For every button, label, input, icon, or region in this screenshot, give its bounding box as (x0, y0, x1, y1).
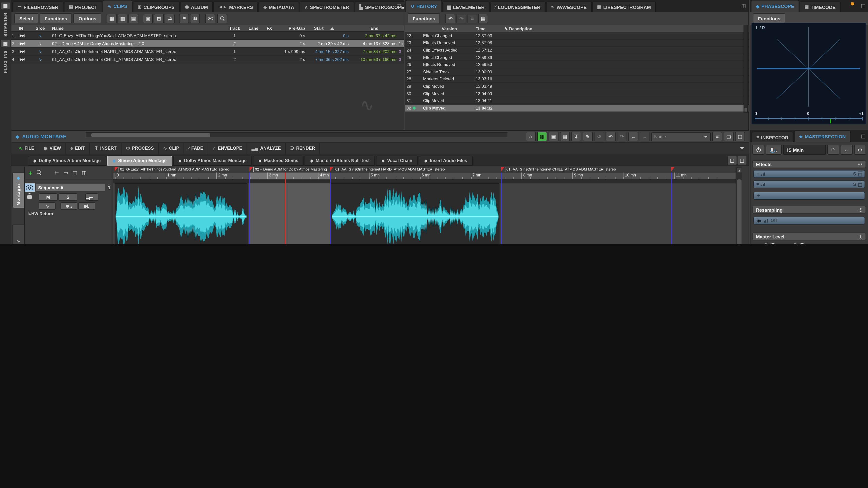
montage-header-icon[interactable]: ▦ (537, 132, 547, 141)
mute-button[interactable]: M (39, 193, 58, 201)
collapse-menu-icon[interactable] (740, 147, 744, 149)
history-tab[interactable]: ∿ WAVESCOPE (546, 1, 591, 12)
montage-header-icon[interactable]: ◫ (735, 132, 745, 141)
history-tab[interactable]: ▆ LEVELMETER (443, 1, 490, 12)
montage-document-tab[interactable]: ◆ Dolby Atmos Album Montage (28, 156, 106, 166)
tool-window-tab[interactable]: ▦ PROJECT (64, 1, 102, 12)
montage-menu-item[interactable]: ◉ VIEW (39, 142, 66, 154)
clip-playstate-icon[interactable]: ‖▶▶‖ (18, 33, 30, 37)
montage-document-tab[interactable]: ◆ Stereo Album Montage (107, 156, 172, 166)
clip-row[interactable]: 3 ‖▶▶‖ ∿ 01_AA_GirlsOnTheInternet HARD_A… (11, 47, 404, 56)
montage-document-tab[interactable]: ◆ Mastered Stems (253, 156, 304, 166)
effect-slot[interactable]: ≡ S (753, 181, 865, 188)
clips-menu-button[interactable]: Select (14, 13, 38, 23)
montage-header-icon[interactable]: ↧ (571, 132, 581, 141)
clip-end-marker[interactable] (671, 167, 677, 171)
checkbox-panel-icon[interactable]: ▢ (727, 156, 737, 165)
search-icon[interactable] (37, 170, 41, 175)
output-bus-field[interactable]: IS Main (783, 145, 826, 155)
montage-menu-item[interactable]: ∿ CLIP (159, 142, 184, 154)
clips-tool-icon[interactable]: ⚑ (179, 13, 189, 23)
effects-section-header[interactable]: Effects⊶ (752, 160, 866, 168)
montage-menu-item[interactable]: ⚙ PROCESS (122, 142, 159, 154)
scope-tab[interactable]: ◆ PHASESCOPE (751, 0, 799, 12)
history-tab[interactable]: ▩ LIVESPECTROGRAM (592, 1, 656, 12)
clips-menu-button[interactable]: Functions (40, 13, 72, 23)
layout-tool-icon[interactable]: ◫ (73, 170, 78, 175)
montage-menu-item[interactable]: ∋ RENDER (286, 142, 320, 154)
lock-icon[interactable] (27, 195, 32, 199)
clip-playstate-icon[interactable]: ‖▶▶‖ (18, 49, 30, 53)
montage-menu-item[interactable]: ∿ FILE (14, 142, 39, 154)
source-wave-icon[interactable]: ∿ (30, 49, 50, 54)
history-row[interactable]: 31 Clip Moved 13:04:21 (405, 97, 748, 105)
stereo-channels-icon[interactable] (25, 184, 35, 192)
montage-menu-item[interactable]: ∩ ENVELOPE (208, 142, 247, 154)
tool-window-tab[interactable]: ◉ ALBUM (180, 1, 213, 12)
smart-bypass-icon[interactable]: ◠ (827, 145, 839, 155)
history-row[interactable]: 27 Sideline Track 13:00:09 (405, 68, 748, 75)
cursor-tool-icon[interactable]: ⊢ (55, 170, 59, 175)
scrollbar-thumb[interactable] (91, 133, 210, 137)
bitmeter-tab[interactable]: BITMETER (3, 12, 8, 37)
eye-icon[interactable] (206, 13, 216, 23)
monitor-button[interactable] (79, 202, 95, 210)
clip-playstate-icon[interactable]: ‖▶▶‖ (18, 41, 30, 45)
panel-options-icon[interactable]: ◫ (397, 3, 401, 8)
navigation-name-dropdown[interactable]: Name (651, 132, 711, 141)
playhead-cursor[interactable] (285, 172, 286, 244)
clip-tool-icon[interactable]: ▭ (63, 170, 68, 175)
clip-start-marker[interactable]: 01_G-Eazy_AllTheThingsYouSaid_ATMOS ADM … (115, 167, 229, 172)
plugins-tab[interactable]: PLUG-INS (3, 50, 8, 73)
montage-menu-item[interactable]: e EDIT (66, 142, 90, 154)
history-functions-button[interactable]: Functions (408, 13, 440, 23)
history-row[interactable]: 25 Effect Changed 12:59:39 (405, 54, 748, 61)
montage-document-tab[interactable]: ◆ Insert Audio Files (419, 156, 473, 166)
master-level-section-header[interactable]: Master Level◫ (752, 232, 866, 240)
montage-header-icon[interactable]: ⌂ (526, 132, 536, 141)
effects-button[interactable]: ∿ (39, 202, 56, 210)
montage-header-icon[interactable]: ✎ (583, 132, 593, 141)
panel-options-icon[interactable]: ◫ (861, 133, 866, 139)
search-icon[interactable] (217, 13, 227, 23)
history-row[interactable]: 22 Effect Changed 12:57:03 (405, 32, 748, 39)
panel-options-icon[interactable]: ◫ (741, 3, 746, 8)
resampling-slot[interactable]: ≫ Off (753, 217, 865, 225)
clip-row[interactable]: 1 ‖▶▶‖ ∿ 01_G-Eazy_AllTheThingsYouSaid_A… (11, 32, 404, 40)
add-effect-slot[interactable]: + (753, 192, 865, 200)
ruler-options-icon[interactable]: ▥ (82, 170, 87, 175)
montage-header-icon[interactable]: ▤ (560, 132, 570, 141)
bypass-icon[interactable] (858, 184, 862, 187)
montage-timeline[interactable]: 01_G-Eazy_AllTheThingsYouSaid_ATMOS ADM … (113, 167, 736, 244)
inspector-tab[interactable]: ★ MASTERSECTION (794, 130, 850, 142)
routing-button[interactable] (85, 193, 98, 201)
side-tab-montages[interactable]: ◆ Montages (12, 172, 24, 208)
montage-document-tab[interactable]: ◆ Mastered Stems Null Test (305, 156, 375, 166)
scope-tab[interactable]: ▦ TIMECODE (800, 1, 840, 12)
montage-header-icon[interactable]: ← (628, 132, 638, 141)
montage-header-icon[interactable]: ↶ (606, 132, 616, 141)
tool-window-tab[interactable]: ▭ FILEBROWSER (12, 1, 63, 12)
scroll-up-icon[interactable]: ▲ (737, 167, 742, 173)
scope-functions-button[interactable]: Functions (753, 13, 785, 23)
clip-row[interactable]: 2 ‖▶▶‖ ∿ 02 – Demo ADM for Dolby Atmos M… (11, 40, 404, 47)
history-row[interactable]: 29 Clip Moved 13:03:49 (405, 83, 748, 90)
clips-tool-icon[interactable]: ▥ (118, 13, 128, 23)
inspector-tab[interactable]: ≡ INSPECTOR (751, 132, 793, 142)
montage-menu-item[interactable]: ∕ FADE (184, 142, 208, 154)
history-row[interactable]: 26 Effects Removed 12:59:53 (405, 61, 748, 68)
history-row[interactable]: 23 Effects Removed 12:57:08 (405, 39, 748, 46)
tool-window-tab[interactable]: ∿ CLIPS (103, 0, 132, 12)
solo-slot-button[interactable]: S (853, 171, 856, 176)
plugins-icon[interactable]: ▦ (0, 40, 10, 47)
montage-document-tab[interactable]: ◆ Vocal Chain (376, 156, 418, 166)
montage-menu-item[interactable]: ↧ INSERT (90, 142, 122, 154)
add-track-button[interactable]: + (28, 169, 32, 177)
montage-header-icon[interactable]: → (640, 132, 650, 141)
marker-row[interactable]: 01_G-Eazy_AllTheThingsYouSaid_ATMOS ADM … (113, 167, 736, 172)
clips-tool-icon[interactable]: ≋ (190, 13, 200, 23)
clips-tool-icon[interactable]: ▣ (143, 13, 153, 23)
audio-clip[interactable]: 01_G-Eazy_AllTheThingsYouSaid_ATMOS ADM … (115, 184, 248, 244)
effect-slot[interactable]: ≡ S (753, 170, 865, 178)
monitor-input-button[interactable] (766, 145, 782, 155)
